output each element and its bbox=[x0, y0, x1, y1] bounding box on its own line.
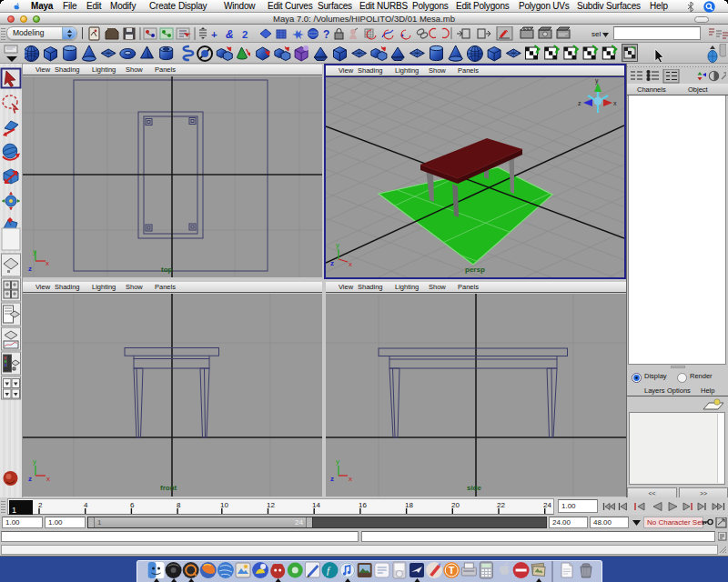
svg-text:x: x bbox=[613, 100, 617, 106]
svg-text:T: T bbox=[449, 565, 455, 576]
svg-text:2: 2 bbox=[38, 501, 43, 509]
svg-text:&: & bbox=[226, 28, 234, 41]
svg-text:z: z bbox=[330, 259, 334, 267]
svg-text:16: 16 bbox=[359, 501, 367, 509]
svg-text:18: 18 bbox=[405, 501, 413, 509]
svg-text:front: front bbox=[160, 484, 177, 492]
svg-text:22: 22 bbox=[497, 501, 505, 509]
svg-text:x: x bbox=[349, 260, 352, 268]
svg-text:y: y bbox=[33, 457, 36, 466]
svg-text:6: 6 bbox=[130, 501, 135, 509]
svg-text:2: 2 bbox=[242, 29, 248, 40]
svg-text:10: 10 bbox=[220, 501, 228, 509]
svg-text:14: 14 bbox=[312, 501, 320, 509]
svg-text:z: z bbox=[578, 100, 581, 106]
svg-text:z: z bbox=[28, 475, 32, 483]
svg-text:y: y bbox=[595, 77, 599, 85]
svg-text:24: 24 bbox=[543, 501, 551, 509]
svg-text:side: side bbox=[467, 484, 482, 492]
svg-text:20: 20 bbox=[451, 501, 460, 509]
svg-text:x: x bbox=[46, 475, 50, 483]
svg-text:8: 8 bbox=[177, 501, 181, 509]
svg-text:x: x bbox=[46, 259, 49, 267]
svg-text:y: y bbox=[336, 457, 339, 466]
svg-text:y: y bbox=[336, 241, 339, 249]
svg-text:12: 12 bbox=[267, 501, 275, 509]
svg-text:?: ? bbox=[323, 28, 329, 41]
svg-text:persp: persp bbox=[465, 266, 485, 274]
svg-text:z: z bbox=[28, 265, 32, 273]
svg-text:+: + bbox=[211, 29, 217, 40]
svg-text:4: 4 bbox=[84, 501, 88, 509]
svg-text:top: top bbox=[161, 266, 173, 274]
svg-text:x: x bbox=[349, 475, 352, 483]
svg-text:z: z bbox=[330, 475, 334, 483]
svg-text:y: y bbox=[33, 247, 36, 256]
